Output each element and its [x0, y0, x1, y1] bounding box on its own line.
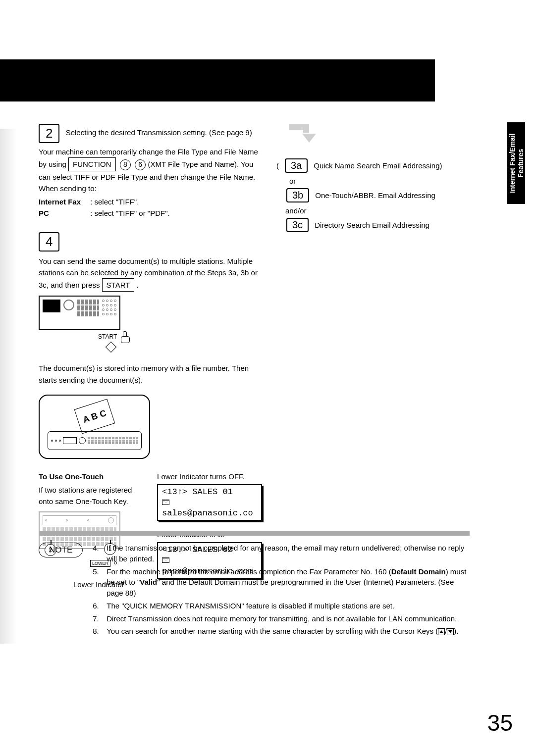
left-column: 2 Selecting the desired Transmission set…	[39, 124, 264, 590]
step-4-number: 4	[39, 232, 59, 252]
step-3b-number: 3b	[286, 188, 309, 202]
note-item: 8.You can search for another name starti…	[93, 626, 470, 637]
step-4-result: The document(s) is stored into memory wi…	[39, 362, 264, 386]
document-feed-illustration: A B C	[39, 395, 150, 459]
digit-8-icon: 8	[120, 159, 131, 170]
note-divider	[39, 531, 470, 536]
flow-arrow-icon	[289, 124, 319, 158]
indicator-off-label: Lower Indicator turns OFF.	[157, 471, 264, 482]
note-item: 5.For the machine to perform the email a…	[93, 566, 470, 599]
cursor-up-icon	[438, 628, 445, 635]
chapter-tab: Internet Fax/Email Features	[507, 122, 525, 204]
tab-line1: Internet Fax/Email	[508, 133, 516, 193]
sep-or: or	[289, 177, 470, 185]
note-item: 4.If the transmission cannot be complete…	[93, 543, 470, 564]
right-column: ( 3a Quick Name Search Email Addressing)…	[276, 124, 470, 236]
one-touch-desc: If two stations are registered onto same…	[39, 484, 143, 507]
lcd-display-1: <13↑> SALES 01 sales@panasonic.co	[157, 484, 262, 521]
header-black-band	[0, 59, 435, 101]
digit-6-icon: 6	[135, 159, 146, 170]
step-2-body: Your machine can temporarily change the …	[39, 146, 264, 194]
tab-line2: Features	[516, 149, 524, 177]
cursor-down-icon	[447, 628, 454, 635]
step-3b-text: One-Touch/ABBR. Email Addressing	[315, 191, 435, 200]
main-content: 2 Selecting the desired Transmission set…	[39, 124, 470, 590]
pc-label: PC	[39, 209, 49, 217]
internet-fax-label: Internet Fax	[39, 198, 81, 206]
one-touch-title: To Use One-Touch	[39, 471, 143, 482]
step-3a-number: 3a	[285, 158, 308, 173]
start-button-callout: START	[98, 331, 264, 342]
step-2-title: Selecting the desired Transmission setti…	[66, 128, 252, 137]
fax-panel-illustration	[39, 296, 120, 330]
function-key: FUNCTION	[68, 157, 116, 171]
note-section: NOTE 4.If the transmission cannot be com…	[39, 531, 470, 639]
note-item: 7.Direct Transmission does not require m…	[93, 613, 470, 624]
page-number: 35	[487, 709, 513, 736]
step-3c-number: 3c	[286, 218, 309, 232]
step-2: 2 Selecting the desired Transmission set…	[39, 124, 264, 219]
note-list: 4.If the transmission cannot be complete…	[93, 543, 470, 639]
start-key: START	[102, 278, 135, 292]
page-gutter	[0, 129, 17, 644]
note-item: 6.The "QUICK MEMORY TRANSMISSION" featur…	[93, 601, 470, 611]
internet-fax-value: : select "TIFF".	[90, 198, 139, 206]
sep-andor: and/or	[285, 206, 470, 215]
note-badge: NOTE	[39, 543, 83, 557]
step-3a-text: Quick Name Search Email Addressing)	[314, 161, 442, 170]
step-3c-text: Directory Search Email Addressing	[315, 221, 429, 229]
step-4-body: You can send the same document(s) to mul…	[39, 255, 264, 292]
step-2-number: 2	[39, 124, 59, 143]
start-diamond-icon	[106, 342, 117, 353]
pc-value: : select "TIFF" or "PDF".	[90, 209, 169, 217]
hand-pointer-icon	[120, 331, 130, 342]
envelope-icon	[162, 500, 169, 505]
